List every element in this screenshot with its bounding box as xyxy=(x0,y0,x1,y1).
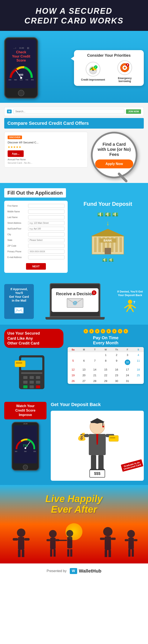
cal-cell-21: 21 xyxy=(90,372,100,378)
card-stars: ★★★★★ xyxy=(8,145,84,149)
svg-rect-70 xyxy=(24,538,30,540)
phone-home-button[interactable] xyxy=(18,90,24,96)
compare-section: W JOIN NOW Compare Secured Credit Card O… xyxy=(0,103,148,183)
input-firstname[interactable] xyxy=(28,204,64,208)
footer-section: Presented by W WalletHub xyxy=(0,564,148,578)
calendar: Su M T W Th F S 1 2 3 4 5 6 7 xyxy=(68,347,144,384)
input-middlename[interactable] xyxy=(28,210,64,214)
title-section: HOW A SECURED CREDIT CARD WORKS xyxy=(0,0,148,31)
coin-8: $ xyxy=(124,329,128,334)
input-street[interactable] xyxy=(28,221,64,225)
cal-cell-20: 20 xyxy=(78,372,89,378)
silhouette-scene xyxy=(4,519,144,557)
cal-cell-4: 4 xyxy=(133,352,144,358)
phone-home-button-small[interactable] xyxy=(23,465,28,470)
svg-rect-61 xyxy=(110,437,115,438)
svg-rect-36 xyxy=(21,372,42,374)
approved-text: If Approved, You'll Get Your Card in the… xyxy=(4,284,34,319)
input-state[interactable] xyxy=(28,238,64,242)
label-phone: Primary Phone xyxy=(8,250,26,253)
svg-text:✓: ✓ xyxy=(95,66,97,68)
svg-rect-75 xyxy=(46,539,50,541)
svg-rect-20 xyxy=(120,237,122,252)
svg-text:600: 600 xyxy=(19,74,23,76)
svg-text:@: @ xyxy=(73,300,77,306)
cal-cell-13: 13 xyxy=(78,367,89,372)
find-card-text: Find a Card with Low (or No) Fees xyxy=(97,142,132,157)
svg-rect-69 xyxy=(13,538,18,540)
svg-rect-14 xyxy=(94,237,96,252)
label-state: State xyxy=(8,239,26,241)
cal-cell-17: 17 xyxy=(122,367,133,372)
form-row-zip: ZIP Code xyxy=(8,244,64,248)
input-email[interactable] xyxy=(28,255,64,259)
svg-rect-38 xyxy=(30,376,34,379)
svg-text:?: ? xyxy=(133,300,135,304)
cal-cell-empty xyxy=(133,378,144,384)
annual-fee: Annual Fee None xyxy=(8,158,84,161)
svg-text:💰: 💰 xyxy=(77,432,86,441)
svg-rect-72 xyxy=(22,550,24,557)
happy-section: Live Happily Ever After xyxy=(0,485,148,564)
svg-rect-94 xyxy=(128,549,130,557)
cal-cell-22: 22 xyxy=(100,372,111,378)
card-listing: DISCOVER Discover it® Secured C... ★★★★★… xyxy=(4,132,88,168)
label-zip: ZIP Code xyxy=(8,245,26,247)
deposit-back-title: Get Your Deposit Back xyxy=(51,402,144,407)
input-lastname[interactable] xyxy=(28,215,64,219)
improve-section: Watch Your Credit Score Improve 15:26 77… xyxy=(0,398,148,485)
svg-rect-71 xyxy=(18,550,20,557)
title-line1: HOW A SECURED xyxy=(4,6,144,16)
graduate-svg: 💰 xyxy=(68,414,127,473)
form-row-phone: Primary Phone xyxy=(8,250,64,254)
svg-rect-43 xyxy=(23,385,28,388)
svg-line-31 xyxy=(127,308,128,312)
cal-cell-11: 11 xyxy=(133,358,144,367)
cal-header-f: F xyxy=(122,347,133,352)
join-now-button[interactable]: JOIN NOW xyxy=(126,109,141,114)
cal-cell-9: 9 xyxy=(111,358,122,367)
input-zip[interactable] xyxy=(28,244,64,248)
svg-point-5 xyxy=(92,70,94,71)
cal-cell-31: 31 xyxy=(122,378,133,384)
apply-button-card[interactable]: App... xyxy=(8,150,24,157)
deposit-back-section: Get Your Deposit Back xyxy=(51,402,144,480)
apply-now-button[interactable]: Apply Now xyxy=(95,160,133,168)
svg-point-10 xyxy=(124,66,126,69)
cal-cell xyxy=(68,352,78,358)
next-button[interactable]: NEXT xyxy=(26,263,46,270)
svg-line-29 xyxy=(125,305,128,308)
cal-cell-1: 1 xyxy=(100,352,111,358)
svg-rect-77 xyxy=(50,549,52,557)
input-city[interactable] xyxy=(28,232,64,236)
coin-3: $ xyxy=(95,329,100,334)
svg-line-32 xyxy=(132,308,133,312)
svg-rect-79 xyxy=(58,540,67,541)
coin-6: $ xyxy=(112,329,117,334)
cal-cell-18: 18 xyxy=(133,367,144,372)
svg-point-49 xyxy=(24,447,26,449)
label-firstname: First Name xyxy=(8,205,26,207)
svg-rect-47 xyxy=(16,362,22,364)
svg-text:BANK: BANK xyxy=(104,239,112,242)
notification-badge: 1 xyxy=(92,290,96,295)
form-row-street: Street Address xyxy=(8,221,64,225)
fund-deposit-section: Fund Your Deposit 💵 💵 💵 ↓ xyxy=(72,201,144,273)
score-gauge-small: 770 xyxy=(15,436,36,450)
input-phone[interactable] xyxy=(28,250,64,254)
decision-section: If Approved, You'll Get Your Card in the… xyxy=(0,278,148,325)
form-row-apt: Apt/Suite/Floor xyxy=(8,227,64,231)
coin-row: $ $ $ $ $ $ $ $ xyxy=(68,329,144,334)
form-row-email: E-mail Address xyxy=(8,255,64,259)
dollars-display: $$$ xyxy=(54,470,140,478)
input-apt[interactable] xyxy=(28,227,64,231)
svg-line-30 xyxy=(132,305,135,308)
svg-rect-41 xyxy=(30,381,34,384)
cal-cell xyxy=(78,352,89,358)
presented-by-text: Presented by xyxy=(46,569,66,573)
search-input[interactable] xyxy=(13,109,124,114)
svg-rect-40 xyxy=(23,381,28,384)
bank-svg: BANK xyxy=(91,228,125,255)
card-label: Secured Card - No An... xyxy=(8,162,84,164)
consider-priorities-box: Consider Your Priorities ✓ xyxy=(74,50,144,86)
